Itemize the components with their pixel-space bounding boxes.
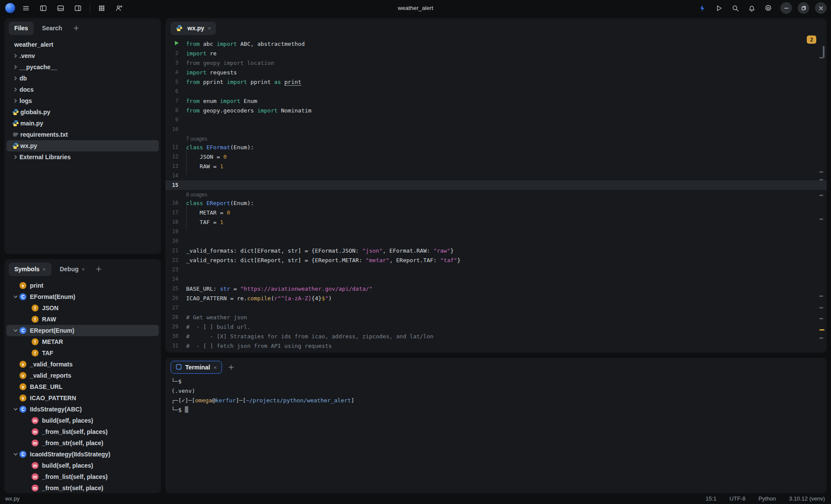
- symbol-tree-item--from-list-self-places-[interactable]: m_from_list(self, places): [6, 471, 159, 482]
- menu-icon[interactable]: [19, 2, 32, 15]
- statusbar-item[interactable]: 3.10.12 (venv): [789, 495, 825, 502]
- code-line-21[interactable]: 21_valid_formats: dict[EFormat, str] = {…: [165, 246, 827, 255]
- files-tab-files[interactable]: Files: [9, 22, 34, 35]
- symbols-tab-symbols[interactable]: Symbols×: [9, 263, 52, 276]
- chevron-down-icon[interactable]: [12, 407, 19, 411]
- symbol-tree-item-build-self-places-[interactable]: mbuild(self, places): [6, 460, 159, 471]
- add-collaborator-icon[interactable]: [113, 2, 126, 15]
- statusbar-item[interactable]: 15:1: [705, 495, 716, 502]
- symbols-add-tab-button[interactable]: [93, 263, 104, 275]
- symbol-tree-item-taf[interactable]: fTAF: [6, 347, 159, 359]
- code-line-15[interactable]: 15: [165, 180, 827, 190]
- code-line-27[interactable]: 27: [165, 303, 827, 312]
- symbol-tree-item-iidsstrategy-abc-[interactable]: CIIdsStrategy(ABC): [6, 404, 159, 415]
- right-panel-toggle-icon[interactable]: [71, 2, 84, 15]
- code-line-7[interactable]: 7from enum import Enum: [165, 96, 827, 106]
- symbol-tree-item-json[interactable]: fJSON: [6, 302, 159, 314]
- left-panel-toggle-icon[interactable]: [37, 2, 50, 15]
- files-tab-search[interactable]: Search: [36, 22, 68, 35]
- run-lightning-icon[interactable]: [696, 2, 709, 15]
- symbol-tree-item-icaoidstrategy-iidsstrategy-[interactable]: CIcaoIdStrategy(IIdsStrategy): [6, 449, 159, 460]
- file-tree-item-external-libraries[interactable]: External Libraries: [6, 151, 159, 163]
- code-line-13[interactable]: 13 RAW = 1: [165, 161, 827, 171]
- code-line-23[interactable]: 23: [165, 265, 827, 274]
- terminal-output[interactable]: └─$(.venv)┌─[✓]─[omega@kerfur]─[~/projec…: [171, 377, 823, 493]
- editor-scrollbar-thumb[interactable]: [823, 46, 825, 58]
- tab-close-icon[interactable]: ×: [42, 266, 46, 273]
- code-line-4[interactable]: 4import requests: [165, 67, 827, 77]
- code-line-17[interactable]: 17 METAR = 0: [165, 208, 827, 217]
- code-line-6[interactable]: 6: [165, 87, 827, 96]
- code-line-22[interactable]: 22_valid_reports: dict[EReport, str] = {…: [165, 255, 827, 265]
- settings-gear-icon[interactable]: [762, 2, 775, 15]
- code-line-25[interactable]: 25BASE_URL: str = "https://aviationweath…: [165, 284, 827, 293]
- chevron-right-icon[interactable]: [12, 155, 19, 159]
- symbol-tree-item--from-list-self-places-[interactable]: m_from_list(self, places): [6, 426, 159, 437]
- code-line-10[interactable]: 10: [165, 125, 827, 134]
- code-line-3[interactable]: 3from geopy import location: [165, 58, 827, 67]
- minimize-button[interactable]: [780, 2, 792, 14]
- file-tree-item-db[interactable]: db: [6, 73, 159, 84]
- statusbar-item[interactable]: UTF-8: [730, 495, 746, 502]
- code-line-31[interactable]: 31# - [ ] fetch json from API using requ…: [165, 341, 827, 350]
- file-tree-item-weather-alert[interactable]: weather_alert: [6, 39, 159, 50]
- file-tree-item-requirements-txt[interactable]: requirements.txt: [6, 129, 159, 140]
- code-line-32[interactable]: 32# - [ ] dump json data to DB: [165, 350, 827, 353]
- chevron-right-icon[interactable]: [12, 65, 19, 69]
- files-add-tab-button[interactable]: [71, 22, 82, 34]
- code-line-26[interactable]: 26ICAO_PATTERN = re.compile(r"^[a-zA-Z]{…: [165, 293, 827, 303]
- symbol-tree-item--valid-formats[interactable]: v_valid_formats: [6, 359, 159, 370]
- app-logo-icon[interactable]: [5, 3, 15, 13]
- statusbar-item[interactable]: Python: [758, 495, 776, 502]
- code-line-28[interactable]: 28# Get weather json: [165, 312, 827, 322]
- code-line-14[interactable]: 14: [165, 171, 827, 180]
- statusbar-file-name[interactable]: wx.py: [0, 495, 19, 502]
- symbol-tree-item-raw[interactable]: fRAW: [6, 314, 159, 325]
- code-line-8[interactable]: 8from geopy.geocoders import Nominatim: [165, 106, 827, 115]
- code-line-12[interactable]: 12 JSON = 0: [165, 152, 827, 161]
- symbol-tree-item-build-self-places-[interactable]: mbuild(self, places): [6, 415, 159, 426]
- tab-close-icon[interactable]: ×: [82, 266, 85, 273]
- close-button[interactable]: [815, 2, 827, 14]
- maximize-button[interactable]: [798, 2, 809, 14]
- symbol-tree-item--from-str-self-place-[interactable]: m_from_str(self, place): [6, 482, 159, 493]
- inspection-warning-badge[interactable]: 2: [807, 35, 816, 44]
- code-line-19[interactable]: 19: [165, 227, 827, 236]
- code-line-18[interactable]: 18 TAF = 1: [165, 217, 827, 227]
- file-tree-item-globals-py[interactable]: globals.py: [6, 106, 159, 118]
- chevron-down-icon[interactable]: [12, 295, 19, 299]
- editor-tab-wx-py[interactable]: wx.py ×: [171, 22, 216, 35]
- symbol-tree-item-icao-pattern[interactable]: vICAO_PATTERN: [6, 392, 159, 404]
- play-icon[interactable]: [712, 2, 725, 15]
- chevron-right-icon[interactable]: [12, 76, 19, 80]
- code-line-30[interactable]: 30# - [X] Stratagies for ids from icao, …: [165, 331, 827, 341]
- code-line-9[interactable]: 9: [165, 115, 827, 125]
- symbol-tree-item--valid-reports[interactable]: v_valid_reports: [6, 370, 159, 381]
- editor-tab-close-icon[interactable]: ×: [208, 25, 211, 32]
- chevron-right-icon[interactable]: [12, 87, 19, 92]
- code-line-16[interactable]: 16class EReport(Enum):: [165, 198, 827, 208]
- search-icon[interactable]: [729, 2, 742, 15]
- chevron-right-icon[interactable]: [12, 99, 19, 103]
- file-tree-item-logs[interactable]: logs: [6, 95, 159, 106]
- file-tree-item-wx-py[interactable]: wx.py: [6, 140, 159, 151]
- code-line-5[interactable]: 5from pprint import pprint as print: [165, 77, 827, 87]
- usages-inlay-hint[interactable]: 7 usages: [165, 134, 827, 142]
- code-line-24[interactable]: 24: [165, 274, 827, 284]
- symbol-tree-item--from-str-self-place-[interactable]: m_from_str(self, place): [6, 437, 159, 449]
- grid-icon[interactable]: [95, 2, 108, 15]
- terminal-tab[interactable]: Terminal ×: [171, 361, 222, 374]
- file-tree-item-main-py[interactable]: main.py: [6, 118, 159, 129]
- file-tree-item--venv[interactable]: .venv: [6, 50, 159, 61]
- symbol-tree-item-print[interactable]: vprint: [6, 280, 159, 291]
- bottom-panel-toggle-icon[interactable]: [54, 2, 67, 15]
- chevron-right-icon[interactable]: [12, 54, 19, 58]
- code-line-2[interactable]: 2import re: [165, 48, 827, 58]
- terminal-tab-close-icon[interactable]: ×: [213, 364, 217, 371]
- symbol-tree-item-metar[interactable]: fMETAR: [6, 336, 159, 347]
- code-line-1[interactable]: from abc import ABC, abstractmethod: [165, 39, 827, 48]
- new-terminal-tab-button[interactable]: [225, 362, 237, 373]
- code-line-11[interactable]: 11class EFormat(Enum):: [165, 142, 827, 152]
- file-tree-item--pycache-[interactable]: __pycache__: [6, 61, 159, 73]
- file-tree-item-docs[interactable]: docs: [6, 84, 159, 95]
